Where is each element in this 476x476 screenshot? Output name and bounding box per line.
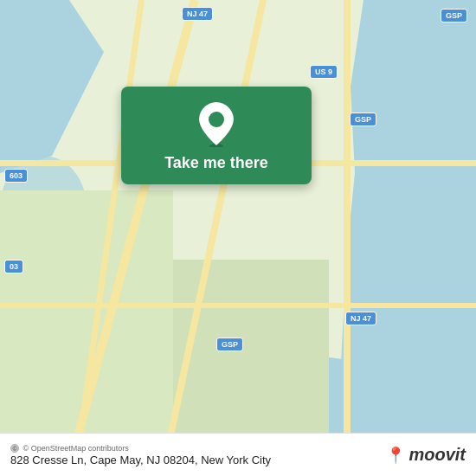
road-horizontal-2 (0, 303, 476, 308)
map-container[interactable]: NJ 47 NJ 47 US 9 GSP GSP GSP 603 03 Take… (0, 0, 476, 433)
shield-us9: US 9 (310, 65, 338, 79)
moovit-pin-icon: 📍 (386, 446, 405, 465)
shield-nj47-top: NJ 47 (182, 7, 213, 21)
bottom-bar: © © OpenStreetMap contributors 828 Cress… (0, 433, 476, 476)
moovit-logo: 📍 moovit (386, 445, 466, 465)
shield-603b: 03 (4, 260, 23, 273)
take-me-there-label: Take me there (164, 154, 268, 172)
moovit-text: moovit (408, 445, 466, 465)
shield-gsp-2: GSP (350, 113, 376, 126)
shield-nj47-bottom: NJ 47 (345, 312, 376, 325)
water-left-top (0, 0, 104, 173)
road-vertical-right (344, 0, 351, 433)
svg-point-1 (209, 112, 224, 127)
cta-card[interactable]: Take me there (121, 87, 312, 184)
shield-gsp-1: GSP (441, 9, 467, 23)
land-patch-2 (173, 260, 329, 433)
shield-603: 603 (4, 169, 28, 183)
location-pin-icon (197, 100, 235, 147)
shield-gsp-3: GSP (216, 338, 243, 351)
address-text: 828 Cresse Ln, Cape May, NJ 08204, New Y… (10, 453, 271, 466)
bottom-left-info: © © OpenStreetMap contributors 828 Cress… (10, 444, 271, 466)
osm-circle-icon: © (10, 444, 19, 453)
osm-credit: © © OpenStreetMap contributors (10, 444, 271, 453)
